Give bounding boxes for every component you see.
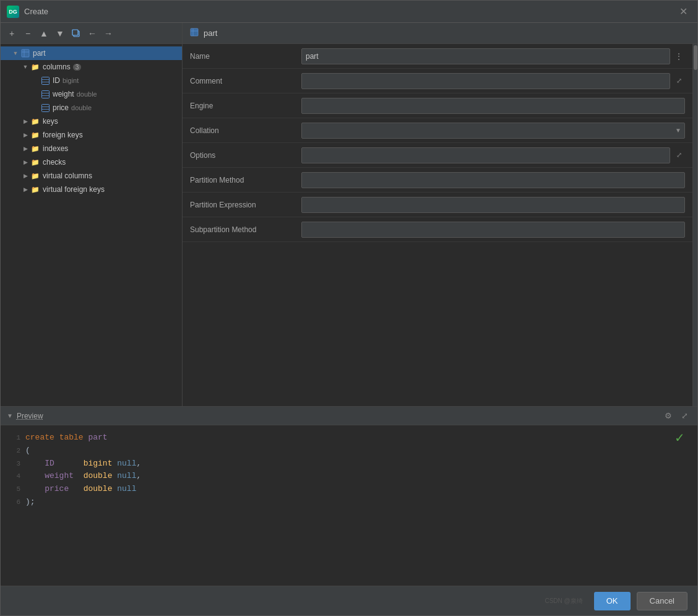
indexes-label: indexes — [43, 144, 68, 153]
expand-button-options[interactable]: ⤢ — [673, 149, 685, 162]
label-partition-method: Partition Method — [190, 176, 301, 184]
title-bar: DG Create ✕ — [1, 1, 697, 23]
col-id-name: ID — [53, 76, 60, 85]
columns-label: columns — [43, 63, 71, 71]
preview-expand-button[interactable]: ⤢ — [678, 409, 691, 423]
label-options: Options — [190, 151, 301, 160]
object-tree: ▼ part ▼ — [1, 44, 182, 406]
input-comment[interactable] — [301, 73, 670, 89]
forward-button[interactable]: → — [101, 26, 116, 41]
main-area: + − ▲ ▼ ← → — [1, 23, 697, 615]
label-name: Name — [190, 52, 301, 61]
line-num-4: 4 — [11, 471, 20, 482]
more-button-name[interactable]: ⋮ — [673, 50, 685, 63]
preview-title: Preview — [17, 412, 43, 420]
vfk-label: virtual foreign keys — [43, 185, 105, 194]
table-icon — [20, 48, 30, 58]
tree-col-price[interactable]: price double — [1, 101, 182, 115]
svg-rect-11 — [41, 104, 49, 111]
col-price-name: price — [53, 103, 69, 112]
label-comment: Comment — [190, 77, 301, 85]
form-row-engine: Engine — [183, 93, 692, 118]
watermark: CSDN @泉绮 — [545, 597, 582, 605]
code-line-4: 4 weight double null, — [11, 470, 687, 483]
tree-col-id[interactable]: ID bigint — [1, 74, 182, 87]
tree-keys[interactable]: ▶ 📁 keys — [1, 115, 182, 128]
form-row-collation: Collation ▼ — [183, 118, 692, 143]
input-engine[interactable] — [301, 98, 685, 114]
vc-label: virtual columns — [43, 171, 92, 180]
tree-virtual-cols[interactable]: ▶ 📁 virtual columns — [1, 169, 182, 183]
bottom-bar: CSDN @泉绮 OK Cancel — [1, 586, 697, 615]
preview-section: ▼ Preview ⚙ ⤢ 1create table part 2( 3 — [1, 406, 697, 586]
fk-label: foreign keys — [43, 131, 83, 139]
control-partition-method — [301, 172, 685, 188]
ok-button[interactable]: OK — [594, 592, 631, 610]
tree-arrow-indexes: ▶ — [20, 145, 30, 152]
move-down-button[interactable]: ▼ — [53, 26, 67, 41]
preview-collapse-arrow[interactable]: ▼ — [7, 412, 13, 419]
folder-icon-checks: 📁 — [30, 157, 40, 167]
dialog-title: Create — [24, 7, 676, 16]
folder-icon-indexes: 📁 — [30, 144, 40, 154]
tree-columns-node[interactable]: ▼ 📁 columns 3 — [1, 60, 182, 74]
code-line-1: 1create table part — [11, 432, 687, 445]
col-weight-name: weight — [53, 90, 74, 98]
form-row-partition-expression: Partition Expression — [183, 193, 692, 217]
top-section: + − ▲ ▼ ← → — [1, 23, 697, 406]
svg-rect-5 — [41, 77, 49, 84]
folder-icon-columns: 📁 — [30, 62, 40, 72]
tree-arrow-vfk: ▶ — [20, 186, 30, 193]
folder-icon-fk: 📁 — [30, 130, 40, 140]
copy-button[interactable] — [69, 26, 84, 41]
tree-arrow-checks: ▶ — [20, 159, 30, 165]
cancel-button[interactable]: Cancel — [637, 592, 687, 610]
tree-col-weight[interactable]: weight double — [1, 87, 182, 101]
code-line-6: 6); — [11, 496, 687, 509]
column-icon-weight — [40, 89, 50, 99]
folder-icon-vfk: 📁 — [30, 184, 40, 194]
tree-root-part[interactable]: ▼ part — [1, 46, 182, 60]
input-options[interactable] — [301, 147, 670, 163]
tree-virtual-fk[interactable]: ▶ 📁 virtual foreign keys — [1, 183, 182, 196]
form-row-name: Name ⋮ — [183, 44, 692, 69]
control-comment: ⤢ — [301, 73, 685, 89]
tree-foreign-keys[interactable]: ▶ 📁 foreign keys — [1, 128, 182, 142]
input-name[interactable] — [301, 48, 670, 64]
control-subpartition-method — [301, 222, 685, 238]
expand-button-comment[interactable]: ⤢ — [673, 75, 685, 87]
tree-arrow-columns: ▼ — [20, 64, 30, 70]
check-icon: ✓ — [674, 430, 685, 445]
svg-rect-8 — [41, 90, 49, 98]
add-button[interactable]: + — [4, 26, 19, 41]
close-button[interactable]: ✕ — [676, 4, 691, 19]
control-name: ⋮ — [301, 48, 685, 64]
preview-settings-button[interactable]: ⚙ — [661, 409, 675, 423]
right-panel: part Name ⋮ — [183, 23, 697, 406]
input-partition-method[interactable] — [301, 172, 685, 188]
code-line-5: 5 price double null — [11, 483, 687, 496]
checks-label: checks — [43, 158, 66, 167]
form-row-comment: Comment ⤢ — [183, 69, 692, 93]
select-collation[interactable] — [301, 123, 685, 139]
tree-arrow-vc: ▶ — [20, 173, 30, 179]
input-partition-expression[interactable] — [301, 197, 685, 213]
label-engine: Engine — [190, 102, 301, 110]
preview-actions: ⚙ ⤢ — [661, 409, 691, 423]
app-icon: DG — [7, 6, 19, 18]
back-button[interactable]: ← — [85, 26, 100, 41]
control-collation: ▼ — [301, 123, 685, 139]
tree-indexes[interactable]: ▶ 📁 indexes — [1, 142, 182, 155]
tree-checks[interactable]: ▶ 📁 checks — [1, 155, 182, 169]
right-panel-header: part — [183, 23, 697, 44]
remove-button[interactable]: − — [20, 26, 35, 41]
header-table-icon — [190, 28, 199, 38]
right-scrollbar[interactable] — [692, 44, 697, 406]
form-row-partition-method: Partition Method — [183, 168, 692, 193]
input-subpartition-method[interactable] — [301, 222, 685, 238]
root-label: part — [33, 49, 46, 58]
move-up-button[interactable]: ▲ — [37, 26, 51, 41]
select-wrapper-collation: ▼ — [301, 123, 685, 139]
form-row-options: Options ⤢ — [183, 143, 692, 168]
preview-content: 1create table part 2( 3 ID bigint null, … — [1, 425, 697, 586]
